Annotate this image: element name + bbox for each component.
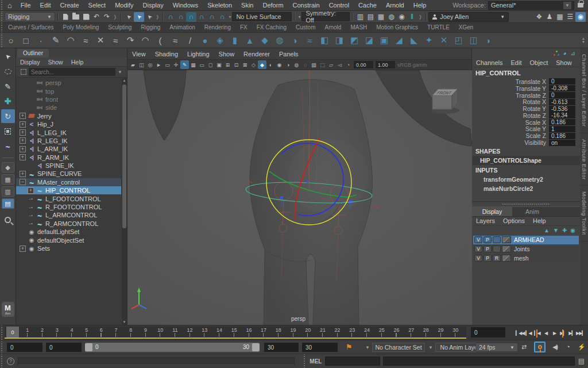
loft-icon[interactable]: ≈ [302, 33, 317, 47]
camera-attributes-icon[interactable]: ◎ [146, 60, 154, 69]
channel-value-field[interactable]: -0.536 [549, 106, 575, 112]
animation-preferences-icon[interactable]: ◔ [566, 343, 570, 350]
lasso-tool[interactable] [1, 64, 15, 78]
offset-curve-tool-icon[interactable]: / [183, 33, 198, 47]
layer-playback-toggle[interactable]: P [483, 255, 492, 262]
pencil-curve-tool-icon[interactable]: ✎ [48, 33, 63, 47]
channel-row[interactable]: Translate Y -0.308 [472, 85, 580, 92]
menu-item[interactable]: File [16, 0, 36, 11]
snap-projected-center-icon[interactable]: ∩ [196, 12, 207, 22]
sculpt-surface-icon[interactable]: ◗ [481, 33, 496, 47]
tab-modeling-toolkit[interactable]: Modeling Toolkit [580, 186, 588, 241]
panel-splitter[interactable]: •••••••••••••••••••••••• [472, 201, 580, 207]
menu-item[interactable]: Show [44, 59, 67, 66]
resolution-gate-icon[interactable]: ◻ [206, 60, 215, 69]
range-start-handle[interactable] [85, 343, 92, 351]
channel-row[interactable]: Rotate Y -0.536 [472, 105, 580, 112]
shelf-tab[interactable]: Poly Modeling [58, 22, 103, 32]
menu-item[interactable]: Display [16, 59, 44, 66]
auto-keyframe-toggle[interactable] [534, 342, 546, 352]
safe-title-icon[interactable]: ⊠ [241, 60, 249, 69]
manipulator-icon[interactable] [554, 51, 559, 56]
open-render-view-icon[interactable]: ▥ [355, 12, 365, 22]
outliner-item[interactable]: R_ARMCONTROL [16, 220, 121, 228]
collapse-arrow-icon[interactable]: ❭ [156, 14, 160, 20]
scale-tool[interactable] [1, 124, 15, 138]
render-settings-icon[interactable]: ◍ [386, 12, 396, 22]
viewport-layout-icon[interactable]: ◉ [575, 12, 586, 22]
xray-icon[interactable]: ▱ [327, 60, 335, 69]
expand-toggle[interactable]: + [20, 154, 26, 160]
time-slider-ruler[interactable]: 1234567891011121314151617181920212223242… [5, 327, 466, 339]
intersect-surfaces-icon[interactable]: ✕ [436, 33, 451, 47]
gamma-field[interactable]: 1.00 [376, 61, 395, 68]
go-to-end-button[interactable]: ▶▶▎ [576, 331, 585, 336]
menu-item[interactable]: Edit [506, 59, 525, 66]
snap-view-plane-icon[interactable]: ∩ [207, 12, 217, 22]
select-hierarchy-icon[interactable]: ➤ [123, 12, 134, 22]
perspective-viewport[interactable]: ViewShadingLightingShowRendererPanels ▰◫… [127, 48, 472, 325]
layer-visibility-toggle[interactable]: V [474, 246, 482, 252]
current-time-playhead[interactable]: 0 [6, 327, 19, 338]
shape-node-name[interactable]: HIP_CONTROLShape [472, 156, 580, 165]
shelf-tab[interactable]: TURTLE [423, 22, 454, 32]
outliner-item[interactable]: L_FOOTCONTROL [16, 194, 121, 202]
shelf-tab[interactable]: Rigging [136, 22, 165, 32]
two-d-pan-zoom-icon[interactable]: ✛ [172, 60, 180, 69]
menu-item[interactable]: View [127, 51, 150, 57]
outliner-item[interactable]: + L_ARM_IK [16, 145, 121, 153]
mel-input-field[interactable] [325, 356, 380, 366]
graph-icon[interactable]: ⊿ [571, 50, 575, 56]
layer-display-mode-toggle[interactable] [493, 246, 501, 252]
render-frame-icon[interactable]: ▤ [365, 12, 376, 22]
nurbs-torus-icon[interactable]: ◍ [272, 33, 287, 47]
outliner-item[interactable]: + L_LEG_IK [16, 128, 121, 136]
playback-loop-icon[interactable]: ⇄ [521, 343, 527, 351]
wireframe-icon[interactable]: ◇ [249, 60, 258, 69]
two-pane-layout[interactable]: ▥ [2, 186, 14, 197]
expand-toggle[interactable] [28, 220, 34, 227]
motion-blur-icon[interactable]: ◌ [301, 60, 310, 69]
birail-icon[interactable]: ◩ [347, 33, 362, 47]
make-live-icon[interactable]: ∩ [217, 12, 227, 22]
bevel-plus-icon[interactable]: ◣ [407, 33, 421, 47]
step-back-key-button[interactable]: ▎◀ [533, 331, 541, 336]
save-scene-icon[interactable] [81, 12, 91, 22]
channel-value-field[interactable]: -0.308 [549, 85, 575, 91]
nurbs-cube-icon[interactable]: ◈ [212, 33, 227, 47]
new-empty-layer-icon[interactable]: ✚ [562, 227, 567, 233]
menu-item[interactable]: Create [56, 0, 84, 11]
workspace-lock-icon[interactable] [578, 3, 583, 7]
scrollbar-thumb[interactable] [122, 85, 126, 228]
channel-value-field[interactable]: 0.186 [549, 133, 575, 139]
new-layer-from-selected-icon[interactable]: ◉ [570, 227, 575, 233]
shelf-tab[interactable]: FX [235, 22, 252, 32]
channel-row[interactable]: Translate X 0 [472, 78, 580, 85]
menu-item[interactable]: Help [67, 59, 88, 66]
channel-row[interactable]: Scale Z 0.186 [472, 132, 580, 139]
move-layer-up-icon[interactable]: ▲ [544, 227, 550, 233]
character-set-select[interactable]: No Character Set [372, 343, 425, 352]
nurbs-cylinder-icon[interactable]: ▮ [227, 33, 242, 47]
boundary-icon[interactable]: ◪ [362, 33, 377, 47]
mel-label[interactable]: MEL [310, 358, 322, 365]
home-icon[interactable]: ⌂ [3, 1, 16, 10]
layer-row[interactable]: V P Joints [473, 245, 579, 254]
live-surface-field[interactable]: No Live Surface [232, 12, 292, 21]
select-camera-icon[interactable]: ▰ [129, 60, 137, 69]
nurbs-sphere-icon[interactable]: ● [198, 33, 212, 47]
shelf-tab[interactable]: FX Caching [252, 22, 291, 32]
view-cube-front-face[interactable] [432, 95, 452, 109]
manipulator-center-handle[interactable] [307, 181, 309, 183]
view-cube[interactable]: FRONT [431, 89, 459, 114]
outliner-item[interactable]: + Hip_J [16, 120, 121, 128]
bookmark-flag-icon[interactable]: ⚑ [346, 343, 353, 351]
layer-display-mode-toggle[interactable] [493, 236, 501, 243]
exposure-field[interactable]: 0.00 [354, 61, 373, 68]
channel-row[interactable]: Translate Z 0 [472, 92, 580, 99]
chevron-down-icon[interactable]: ▼ [428, 345, 433, 350]
filter-icon[interactable] [21, 69, 26, 75]
collapse-arrow-icon[interactable]: ❭ [113, 14, 117, 20]
menu-item[interactable]: Help [529, 217, 550, 224]
viewport-canvas[interactable]: FRONT persp [127, 70, 472, 325]
